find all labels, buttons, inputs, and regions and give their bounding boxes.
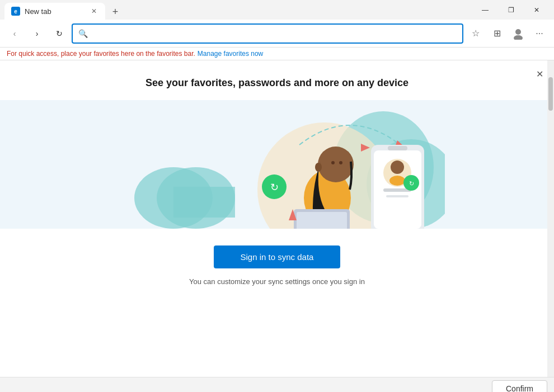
close-button[interactable]: ✕ <box>524 0 550 20</box>
svg-point-16 <box>339 161 342 164</box>
address-input[interactable] <box>92 29 457 38</box>
svg-rect-18 <box>297 212 347 229</box>
scrollbar-thumb[interactable] <box>548 77 553 111</box>
profile-button[interactable] <box>508 23 528 44</box>
refresh-button[interactable]: ↻ <box>49 23 69 44</box>
svg-point-0 <box>515 29 521 35</box>
browser-content: ✕ See your favorites, passwords and more… <box>0 60 554 377</box>
more-options-button[interactable]: ··· <box>529 23 550 44</box>
window-controls: — ❐ ✕ <box>472 0 550 20</box>
sync-illustration: ↻ ↻ <box>109 100 445 229</box>
title-bar: e New tab ✕ + — ❐ ✕ <box>0 0 554 20</box>
bottom-bar: Confirm <box>0 377 554 392</box>
favorites-star-button[interactable]: ☆ <box>466 23 486 44</box>
svg-point-1 <box>514 35 523 40</box>
svg-text:↻: ↻ <box>270 182 279 193</box>
toolbar-icons: ☆ ⊞ ··· <box>466 23 550 44</box>
svg-rect-30 <box>386 195 409 197</box>
manage-favorites-link[interactable]: Manage favorites now <box>198 50 263 58</box>
tab-strip: e New tab ✕ + <box>4 0 472 20</box>
sign-in-button[interactable]: Sign in to sync data <box>214 245 341 268</box>
svg-point-14 <box>315 163 322 172</box>
tab-close-button[interactable]: ✕ <box>90 7 98 16</box>
popup-actions: Sign in to sync data You can customize y… <box>0 229 554 297</box>
collections-button[interactable]: ⊞ <box>487 23 507 44</box>
svg-rect-4 <box>173 187 235 218</box>
favorites-bar-message: For quick access, place your favorites h… <box>7 50 195 58</box>
svg-point-13 <box>318 147 354 182</box>
svg-point-27 <box>391 160 404 174</box>
address-bar[interactable]: 🔍 <box>72 23 463 44</box>
new-tab-button[interactable]: + <box>107 4 123 20</box>
illustration-area: ↻ ↻ <box>0 100 554 229</box>
back-button[interactable]: ‹ <box>4 23 25 44</box>
profile-icon <box>512 27 524 40</box>
confirm-button[interactable]: Confirm <box>492 380 547 393</box>
popup-title: See your favorites, passwords and more o… <box>0 60 554 100</box>
navigation-bar: ‹ › ↻ 🔍 ☆ ⊞ ··· <box>0 20 554 48</box>
favorites-bar: For quick access, place your favorites h… <box>0 48 554 60</box>
forward-button[interactable]: › <box>27 23 47 44</box>
svg-point-15 <box>331 161 335 164</box>
close-popup-button[interactable]: ✕ <box>532 66 547 82</box>
active-tab[interactable]: e New tab ✕ <box>4 3 105 20</box>
svg-text:↻: ↻ <box>409 180 414 187</box>
customize-text: You can customize your sync settings onc… <box>189 277 365 286</box>
tab-title: New tab <box>25 7 85 16</box>
svg-point-28 <box>389 176 405 186</box>
restore-button[interactable]: ❐ <box>498 0 524 20</box>
svg-rect-25 <box>388 146 407 150</box>
minimize-button[interactable]: — <box>472 0 498 20</box>
vertical-scrollbar[interactable] <box>547 60 554 377</box>
tab-favicon: e <box>11 7 20 16</box>
search-icon: 🔍 <box>78 29 88 38</box>
